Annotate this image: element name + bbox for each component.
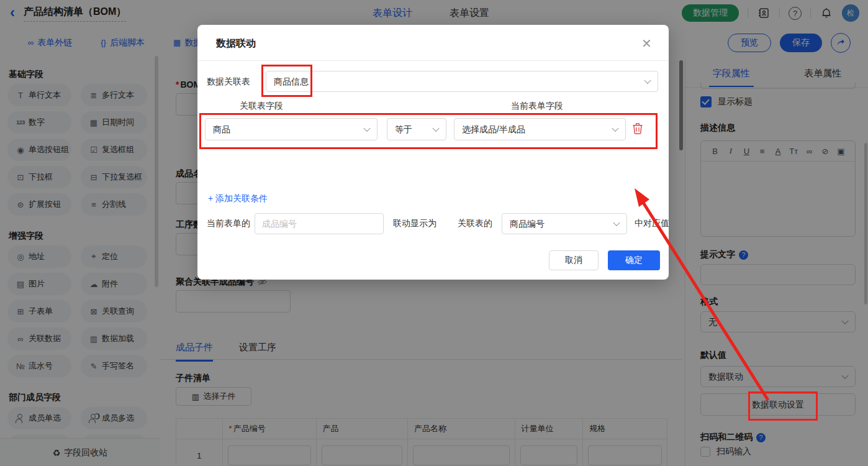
- current-form-field-select[interactable]: 选择成品/半成品: [454, 118, 626, 140]
- close-icon[interactable]: ✕: [641, 36, 652, 51]
- relation-field-select[interactable]: 商品: [205, 118, 377, 140]
- relation-table-value: 商品信息: [274, 76, 309, 86]
- corresponding-value-label: 中对应值: [635, 218, 669, 229]
- chevron-down-icon: [613, 219, 620, 226]
- data-linkage-modal: 数据联动 ✕ 数据关联表 商品信息 关联表字段 当前表单字段 商品 等于 选择成…: [197, 25, 669, 280]
- relation-table-select[interactable]: 商品信息: [266, 71, 658, 92]
- modal-title: 数据联动: [216, 37, 256, 50]
- chevron-down-icon: [612, 125, 618, 132]
- display-as-label: 联动显示为: [393, 218, 436, 229]
- relation-field-value: 商品: [213, 124, 230, 134]
- delete-condition-icon[interactable]: [632, 122, 643, 137]
- current-form-of-label: 当前表单的: [207, 218, 250, 229]
- relation-of-label: 关联表的: [458, 218, 492, 229]
- chevron-down-icon: [363, 125, 370, 132]
- chevron-down-icon: [432, 125, 439, 132]
- current-form-column-header: 当前表单字段: [511, 101, 563, 112]
- relation-display-field-select[interactable]: 商品编号: [502, 213, 627, 234]
- relation-table-label: 数据关联表: [207, 76, 250, 88]
- cancel-button[interactable]: 取消: [549, 250, 599, 270]
- operator-select[interactable]: 等于: [387, 118, 446, 140]
- current-field-input[interactable]: [255, 213, 384, 234]
- add-condition-link[interactable]: + 添加关联条件: [208, 193, 268, 204]
- chevron-down-icon: [644, 77, 651, 84]
- current-form-field-value: 选择成品/半成品: [462, 124, 525, 134]
- relation-field-column-header: 关联表字段: [240, 101, 283, 112]
- confirm-button[interactable]: 确定: [608, 250, 660, 270]
- operator-value: 等于: [395, 124, 412, 134]
- modal-divider: [197, 60, 669, 61]
- relation-display-field-value: 商品编号: [510, 219, 545, 229]
